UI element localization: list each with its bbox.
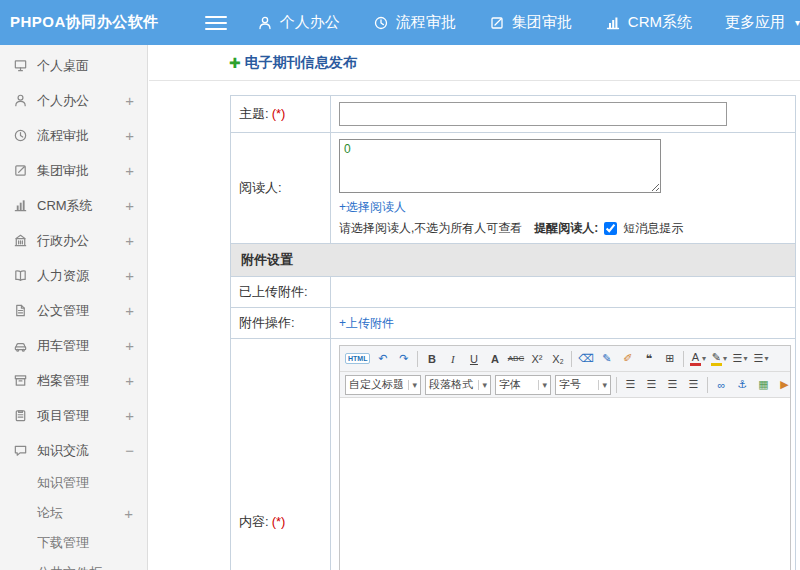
sidebar-item-vehicle-management[interactable]: 用车管理 + (0, 328, 147, 363)
sidebar-item-crm-system[interactable]: CRM系统 + (0, 188, 147, 223)
readers-hint-line: 请选择阅读人,不选为所有人可查看 提醒阅读人: 短消息提示 (339, 220, 787, 237)
bold-button[interactable]: B (422, 349, 441, 368)
sidebar-subitem-public-file-cabinet[interactable]: 公共文件柜 (0, 558, 147, 570)
form-row-readers: 阅读人: 0 +选择阅读人 请选择阅读人,不选为所有人可查看 提醒阅读人: 短消… (231, 133, 796, 244)
book-icon (13, 268, 28, 283)
nav-personal-office[interactable]: 个人办公 (257, 13, 340, 32)
clock-icon (373, 15, 389, 31)
align-center-button[interactable]: ☰ (642, 375, 661, 394)
expand-sign: + (125, 197, 134, 214)
bullet-list-button[interactable]: ☰ ▾ (730, 349, 749, 368)
insert-link-button[interactable]: ∞ (712, 375, 731, 394)
top-header: PHPOA协同办公软件 个人办公 流程审批 集团审批 (0, 0, 800, 45)
subscript-button[interactable]: X₂ (548, 349, 567, 368)
align-justify-button[interactable]: ☰ (684, 375, 703, 394)
edit-square-icon (489, 15, 505, 31)
blockquote-button[interactable]: ❝ (639, 349, 658, 368)
archive-icon (13, 373, 28, 388)
font-size-select[interactable]: 字号 ▾ (555, 375, 611, 395)
insert-image-button[interactable]: ▦ (754, 375, 773, 394)
sidebar-subitem-label: 知识管理 (37, 474, 133, 492)
menu-toggle-icon[interactable] (205, 16, 226, 30)
bullet-list-icon: ☰ (733, 352, 743, 365)
redo-button[interactable]: ↷ (394, 349, 413, 368)
readers-textarea[interactable]: 0 (339, 139, 661, 193)
form-row-content: 内容:(*) HTML ↶ ↷ B I U A ABC X² X (231, 339, 796, 570)
sidebar-item-workflow-approval[interactable]: 流程审批 + (0, 118, 147, 153)
subject-input-cell (331, 96, 796, 133)
editor-content-area[interactable] (340, 398, 790, 570)
sidebar-item-label: 集团审批 (37, 162, 125, 180)
remind-readers-label: 提醒阅读人: (534, 220, 598, 237)
caret-down-icon: ▾ (743, 354, 747, 363)
attachment-op-cell: +上传附件 (331, 308, 796, 339)
sidebar: 个人桌面 个人办公 + 流程审批 + 集团审批 + CRM系统 + 行政办公 +… (0, 45, 148, 570)
nav-label: 更多应用 (725, 13, 785, 32)
sidebar-item-label: 个人办公 (37, 92, 125, 110)
select-readers-link[interactable]: +选择阅读人 (339, 200, 406, 214)
highlight-color-icon: ✎ (711, 352, 722, 366)
app-logo[interactable]: PHPOA协同办公软件 (0, 13, 189, 32)
sidebar-item-label: 流程审批 (37, 127, 125, 145)
top-nav: 个人办公 流程审批 集团审批 CRM系统 更多应用 ▾ (257, 13, 800, 32)
readers-hint: 请选择阅读人,不选为所有人可查看 (339, 220, 522, 237)
rich-text-editor: HTML ↶ ↷ B I U A ABC X² X₂ ⌫ ✎ (339, 345, 791, 570)
sidebar-item-personal-desktop[interactable]: 个人桌面 (0, 48, 147, 83)
table-button[interactable]: ⊞ (660, 349, 679, 368)
expand-sign: + (125, 127, 134, 144)
sidebar-item-project-management[interactable]: 项目管理 + (0, 398, 147, 433)
upload-attachment-link[interactable]: +上传附件 (339, 316, 394, 330)
custom-style-select[interactable]: 自定义标题 ▾ (345, 375, 421, 395)
expand-sign: + (125, 337, 134, 354)
paint-button[interactable]: ✐ (618, 349, 637, 368)
format-brush-button[interactable]: ✎ (597, 349, 616, 368)
page-title: 电子期刊信息发布 (245, 54, 357, 72)
superscript-button[interactable]: X² (527, 349, 546, 368)
sidebar-item-archive-management[interactable]: 档案管理 + (0, 363, 147, 398)
strikethrough-button[interactable]: ABC (506, 349, 525, 368)
html-source-button[interactable]: HTML (344, 349, 371, 368)
font-family-select[interactable]: 字体 ▾ (495, 375, 551, 395)
paragraph-format-select[interactable]: 段落格式 ▾ (425, 375, 491, 395)
font-color-icon: A (690, 352, 701, 366)
sidebar-subitem-knowledge-management[interactable]: 知识管理 (0, 468, 147, 498)
nav-workflow-approval[interactable]: 流程审批 (373, 13, 456, 32)
attachment-op-label-cell: 附件操作: (231, 308, 331, 339)
form-row-attachment-op: 附件操作: +上传附件 (231, 308, 796, 339)
sidebar-item-human-resources[interactable]: 人力资源 + (0, 258, 147, 293)
subject-input[interactable] (339, 102, 727, 126)
align-right-button[interactable]: ☰ (663, 375, 682, 394)
nav-more-apps[interactable]: 更多应用 ▾ (725, 13, 800, 32)
sidebar-item-group-approval[interactable]: 集团审批 + (0, 153, 147, 188)
editor-toolbar-row-2: 自定义标题 ▾ 段落格式 ▾ 字体 ▾ 字号 ▾ (340, 372, 790, 398)
sidebar-item-document-management[interactable]: 公文管理 + (0, 293, 147, 328)
undo-button[interactable]: ↶ (373, 349, 392, 368)
underline-button[interactable]: U (464, 349, 483, 368)
sms-notify-checkbox[interactable] (604, 222, 617, 235)
html-icon: HTML (345, 353, 370, 364)
desktop-icon (13, 58, 28, 73)
nav-crm-system[interactable]: CRM系统 (605, 13, 692, 32)
sidebar-item-knowledge-exchange[interactable]: 知识交流 − (0, 433, 147, 468)
sidebar-item-admin-office[interactable]: 行政办公 + (0, 223, 147, 258)
italic-button[interactable]: I (443, 349, 462, 368)
sidebar-item-personal-office[interactable]: 个人办公 + (0, 83, 147, 118)
font-color-button[interactable]: A ▾ (688, 349, 707, 368)
sidebar-subitem-forum[interactable]: 论坛 + (0, 498, 147, 528)
align-left-button[interactable]: ☰ (621, 375, 640, 394)
numbered-list-button[interactable]: ☰ ▾ (751, 349, 770, 368)
nav-group-approval[interactable]: 集团审批 (489, 13, 572, 32)
collapse-sign: − (125, 442, 134, 459)
uploaded-attachments-label: 已上传附件: (239, 284, 308, 299)
readers-label: 阅读人: (239, 180, 282, 195)
insert-media-button[interactable]: ▶ (775, 375, 790, 394)
caret-down-icon: ▾ (723, 354, 727, 363)
anchor-button[interactable]: ⚓ (733, 375, 752, 394)
font-style-button[interactable]: A (485, 349, 504, 368)
sidebar-item-label: 档案管理 (37, 372, 125, 390)
uploaded-attachments-cell (331, 277, 796, 308)
custom-style-label: 自定义标题 (349, 377, 404, 392)
sidebar-subitem-download-management[interactable]: 下载管理 (0, 528, 147, 558)
highlight-color-button[interactable]: ✎ ▾ (709, 349, 728, 368)
eraser-button[interactable]: ⌫ (576, 349, 595, 368)
